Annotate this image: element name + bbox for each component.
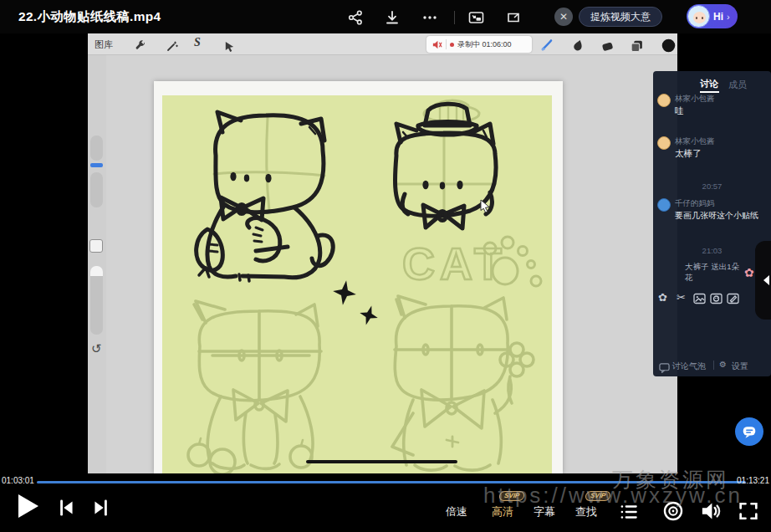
gear-icon[interactable]: ⚙ [719, 360, 727, 369]
image-icon[interactable] [693, 293, 706, 308]
watermark-url: https://www.wxzyw.cn [483, 483, 743, 509]
chat-timestamp: 21:03 [653, 246, 771, 255]
modify-button[interactable] [89, 239, 103, 253]
close-icon[interactable]: ✕ [554, 8, 573, 26]
avatar[interactable] [657, 94, 671, 107]
discussion-panel: 讨论 成员 林家小包酱 哇 林家小包酱 太棒了 20:57 千仔的妈妈 要画几张… [653, 71, 771, 376]
recording-status: 录制中 01:06:00 [457, 39, 512, 50]
play-button[interactable] [18, 494, 38, 518]
assistant-avatar [687, 5, 710, 28]
chat-message: 要画几张呀这个小贴纸 [675, 210, 768, 222]
gift-flower-icon: ✿ [744, 266, 754, 279]
chat-timestamp: 20:57 [653, 182, 771, 191]
chat-message: 哇 [675, 105, 684, 117]
scissors-icon[interactable]: ✂ [677, 291, 686, 304]
title-bar: 22.小动物贴纸线稿.mp4 ✕ 提炼视频大意 Hi › [0, 0, 771, 33]
video-player-window: 22.小动物贴纸线稿.mp4 ✕ 提炼视频大意 Hi › [0, 0, 771, 532]
video-content-drawing-app: 图库 S 录制中 01:06:00 [88, 33, 677, 473]
wrench-icon[interactable] [131, 37, 150, 55]
chat-message: 太棒了 [675, 148, 702, 160]
assistant-label: Hi [713, 11, 723, 23]
gallery-button[interactable]: 图库 [94, 38, 113, 51]
cat-text-sketch: CAT [402, 238, 507, 289]
assistant-button[interactable]: Hi › [687, 4, 738, 28]
inked-cat-with-fish [197, 112, 334, 281]
muted-speaker-icon [431, 39, 442, 50]
chat-bubble-icon [741, 424, 758, 440]
sticker-icon[interactable] [710, 293, 722, 308]
panel-collapse-handle[interactable] [755, 241, 771, 320]
summarize-button[interactable]: 提炼视频大意 [579, 7, 662, 27]
tab-discussion[interactable]: 讨论 [700, 78, 718, 90]
moon-doodle [370, 238, 393, 283]
speed-button[interactable]: 倍速 [446, 504, 467, 519]
settings-button[interactable]: 设置 [732, 361, 748, 372]
download-icon[interactable] [383, 8, 401, 27]
avatar[interactable] [657, 136, 671, 150]
summarize-label: 提炼视频大意 [590, 10, 651, 24]
recording-indicator: 录制中 01:06:00 [426, 36, 532, 53]
adjustments-wand-icon[interactable] [163, 37, 181, 55]
chat-username[interactable]: 林家小包酱 [675, 136, 715, 147]
more-icon[interactable] [421, 8, 439, 27]
transform-arrow-icon[interactable] [220, 37, 238, 55]
eraser-icon[interactable] [598, 36, 616, 54]
mouse-cursor [480, 199, 491, 217]
chat-username[interactable]: 林家小包酱 [675, 94, 715, 105]
compose-icon[interactable] [727, 293, 739, 308]
undo-icon[interactable]: ↺ [91, 341, 102, 356]
app-toolbar: 图库 S 录制中 01:06:00 [88, 33, 677, 55]
previous-episode-button[interactable] [55, 497, 77, 522]
avatar[interactable] [657, 198, 671, 212]
sketch-cat-right [392, 296, 534, 470]
sketch-cat-left [188, 301, 321, 473]
gift-message: 大裤子 送出1朵花 ✿ [685, 262, 765, 284]
arrow-left-icon [761, 274, 771, 286]
footer-divider [713, 361, 714, 370]
selection-icon[interactable]: S [194, 36, 201, 49]
video-title: 22.小动物贴纸线稿.mp4 [18, 8, 161, 26]
drawing-canvas[interactable]: CAT [162, 95, 552, 473]
layers-icon[interactable] [627, 36, 646, 54]
color-swatch[interactable] [659, 36, 677, 54]
brush-icon[interactable] [538, 36, 556, 54]
smudge-icon[interactable] [569, 36, 587, 54]
chat-fab-button[interactable] [735, 417, 763, 446]
bubble-style-button[interactable]: 讨论气泡 [672, 361, 706, 372]
current-time: 01:03:01 [2, 476, 34, 485]
brush-size-slider-lower[interactable] [90, 172, 103, 207]
flower-gift-icon[interactable]: ✿ [658, 291, 667, 304]
next-episode-button[interactable] [90, 497, 112, 522]
share-icon[interactable] [346, 8, 365, 27]
brush-size-slider[interactable] [90, 136, 103, 161]
slider-position-marker[interactable] [90, 163, 103, 167]
gift-text: 大裤子 送出1朵花 [685, 262, 740, 284]
sparkle-doodles [331, 279, 380, 327]
chat-username[interactable]: 千仔的妈妈 [675, 198, 715, 209]
pip-icon[interactable] [467, 8, 485, 27]
opacity-slider[interactable] [90, 276, 103, 335]
chevron-right-icon: › [727, 12, 730, 22]
recording-dot [450, 43, 454, 47]
cast-icon[interactable] [504, 8, 523, 27]
tab-members[interactable]: 成员 [728, 79, 747, 91]
bubble-icon [659, 361, 670, 376]
toolbar-divider [454, 11, 455, 24]
tab-active-underline [700, 91, 719, 93]
app-sidebar: ↺ [88, 55, 106, 473]
canvas-artwork: CAT [162, 95, 552, 473]
